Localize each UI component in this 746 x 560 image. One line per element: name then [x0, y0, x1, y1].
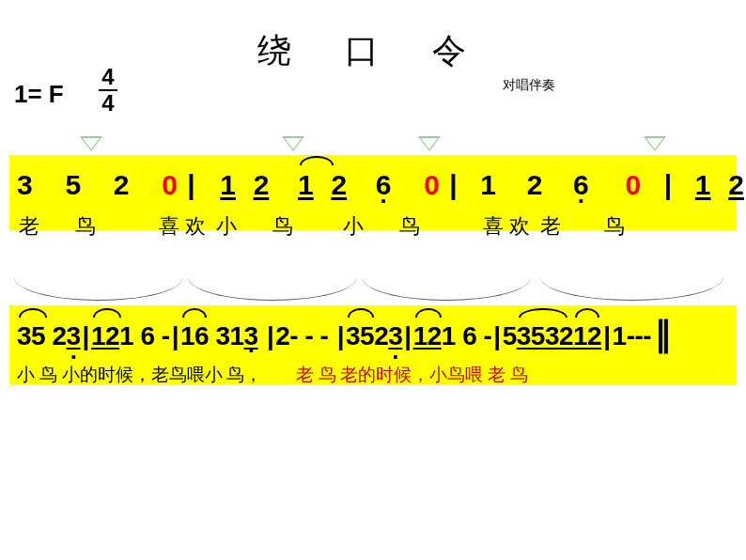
phrase-arc — [188, 277, 357, 301]
lyric-phrase: 小 鸟 小的时候，老鸟喂小 鸟， — [17, 363, 262, 387]
barline: | — [662, 169, 674, 200]
music-line-2: 35 23|121 6 -|16 313 |2- - - |3523|121 6… — [9, 305, 737, 385]
barline: | — [447, 169, 458, 200]
marker-triangle — [80, 136, 102, 151]
note: 12 — [413, 318, 442, 354]
rest: 0 — [162, 165, 178, 205]
double-barline: ‖ — [651, 314, 672, 352]
phrase-arc — [540, 277, 723, 301]
marker-triangle — [418, 136, 441, 151]
note: 3 — [388, 318, 402, 354]
note: 16 31 — [180, 318, 244, 354]
time-bottom: 4 — [99, 92, 117, 115]
marker-triangle — [644, 136, 666, 151]
note: 1 — [695, 165, 711, 205]
lyric: 鸟 — [75, 212, 96, 241]
phrase-arc — [14, 277, 183, 301]
lyric: 小 — [216, 212, 237, 241]
note: 12 — [91, 318, 119, 354]
note: 3 — [244, 318, 258, 354]
dash: - — [484, 318, 492, 354]
barline: | — [402, 321, 412, 350]
note: 2 — [114, 165, 130, 205]
rest: 0 — [625, 165, 641, 205]
rest: 0 — [424, 165, 440, 205]
lyric: 喜 — [159, 212, 179, 241]
note: 1 6 — [119, 318, 154, 354]
note: 2 — [275, 318, 289, 354]
lyric: 喜 — [483, 212, 504, 241]
note: 3532 — [517, 318, 573, 354]
note: 1 — [220, 165, 236, 205]
note: 1 — [480, 165, 496, 205]
key-signature: 1= F — [14, 80, 64, 109]
note: 6 — [376, 165, 392, 205]
barline: | — [185, 169, 196, 200]
lyric: 鸟 — [399, 212, 420, 241]
lyrics-row-2: 小 鸟 小的时候，老鸟喂小 鸟， 老 鸟 老的时候，小鸟喂 老 鸟 — [17, 363, 729, 387]
lyric: 欢 — [185, 212, 206, 241]
subtitle: 对唱伴奏 — [503, 77, 555, 94]
note: 352 — [346, 318, 388, 354]
note: 1 — [613, 318, 627, 354]
note: 2 — [728, 165, 744, 205]
lyrics-row-1: 老 鸟 喜 欢 小 鸟 小 鸟 喜 欢 老 鸟 — [17, 212, 729, 241]
dash: - - - — [289, 318, 328, 354]
lyric: 老 — [19, 212, 39, 241]
note: 2 — [527, 165, 543, 205]
note: 3 — [67, 318, 81, 354]
note: 12 — [573, 318, 601, 354]
lyric: 欢 — [509, 212, 530, 241]
dash: - — [162, 318, 170, 354]
music-line-1: 3 5 2 0 | 1 2 1 2 6 0 | 1 2 6 0 | 1 2 — [9, 155, 737, 230]
note: 5 — [65, 165, 81, 205]
note: 35 2 — [17, 318, 67, 354]
time-top: 4 — [99, 66, 117, 88]
note: 1 — [298, 165, 314, 205]
barline: | — [601, 321, 612, 350]
phrase-arc — [362, 277, 531, 301]
lyric: 鸟 — [604, 212, 625, 241]
lyric-phrase: 老 鸟 老的时候，小鸟喂 老 鸟 — [296, 363, 528, 387]
note: 5 — [503, 318, 517, 354]
note: 2 — [331, 165, 347, 205]
note: 1 6 — [442, 318, 476, 354]
barline: | — [335, 321, 346, 350]
barline: | — [265, 321, 275, 350]
lyric: 老 — [540, 212, 561, 241]
notation-row-1: 3 5 2 0 | 1 2 1 2 6 0 | 1 2 6 0 | 1 2 — [17, 160, 729, 207]
time-signature: 4 4 — [99, 66, 117, 115]
barline: | — [170, 321, 180, 350]
lyric: 鸟 — [272, 212, 293, 241]
note: 6 — [573, 165, 589, 205]
note: 2 — [254, 165, 270, 205]
barline: | — [81, 321, 91, 350]
marker-triangle — [282, 136, 304, 151]
barline: | — [491, 321, 502, 350]
dash: --- — [627, 318, 651, 354]
notation-row-2: 35 23|121 6 -|16 313 |2- - - |3523|121 6… — [17, 310, 729, 357]
note: 3 — [17, 165, 33, 205]
lyric: 小 — [343, 212, 364, 241]
